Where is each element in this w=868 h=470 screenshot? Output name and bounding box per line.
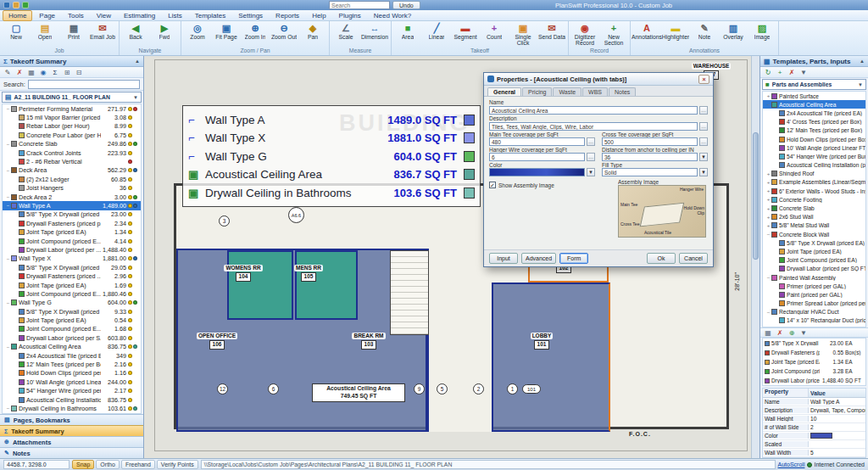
cross-tee-more-button[interactable]: … — [699, 137, 708, 146]
legend-item[interactable]: ⌐ Wall Type X 1881.0 SQ FT — [188, 131, 475, 144]
page-selector[interactable]: ▤ A2_11 BUILDING 11_ FLOOR PLAN ▼ — [2, 92, 142, 103]
value-column-header[interactable]: Value — [809, 389, 865, 397]
takeoff-tree-item[interactable]: − Wall Type X 1,881.00 — [3, 255, 141, 263]
dialog-title-bar[interactable]: Properties - [Acoustical Ceiling (with t… — [484, 73, 713, 86]
drawing-toggle[interactable]: Ortho — [96, 460, 120, 469]
main-tee-input[interactable]: 480 — [489, 137, 585, 146]
mens-rr-ceiling-region[interactable] — [295, 250, 358, 320]
template-tree-item[interactable]: Paint (priced per GAL) — [763, 290, 865, 299]
property-grid-row[interactable]: Wall Width 5 — [763, 449, 865, 457]
color-dropdown-caret[interactable]: ▼ — [587, 168, 595, 176]
template-tree-item[interactable]: Primer (priced per GAL) — [763, 282, 865, 290]
name-input[interactable]: Acoustical Ceiling Area — [489, 106, 698, 115]
collapse-icon[interactable]: ▲ — [860, 59, 865, 64]
takeoff-tree-item[interactable]: Drywall Labor (priced per ... 1,488.40 — [3, 245, 141, 254]
takeoff-tree-item[interactable]: − Acoustical Ceiling Area 836.75 — [3, 343, 141, 351]
fill-type-caret[interactable]: ▼ — [699, 168, 708, 176]
ribbon-button[interactable]: ▥Overlay — [719, 22, 748, 47]
menu-tab[interactable]: Templates — [189, 10, 231, 21]
ribbon-button[interactable]: ↔Dimension — [360, 22, 389, 47]
form-button[interactable]: Form — [559, 253, 588, 264]
takeoff-tree-item[interactable]: Joint Compound (priced E... 1,880.46 — [3, 289, 141, 298]
dialog-tab[interactable]: General — [487, 87, 521, 96]
dialog-tab[interactable]: Notes — [609, 87, 636, 96]
takeoff-legend[interactable]: ⌐ Wall Type A 1489.0 SQ FT ⌐ Wall Type X… — [182, 105, 481, 207]
template-tree-item[interactable]: 10' Wall Angle (priced Linear FT) — [763, 143, 865, 152]
toolbar-icon[interactable]: ✗ — [775, 328, 785, 338]
tree-expander-icon[interactable]: − — [5, 106, 11, 111]
main-tee-more-button[interactable]: … — [587, 137, 595, 146]
menu-tab[interactable]: Page — [33, 10, 61, 21]
tree-expander-icon[interactable]: − — [5, 168, 11, 173]
template-tree-item[interactable]: + 5/8" Metal Stud Wall — [763, 221, 865, 230]
property-grid-row[interactable]: Name Wall Type A — [763, 398, 865, 406]
menu-tab[interactable]: View — [91, 10, 117, 21]
tree-expander-icon[interactable]: − — [5, 300, 11, 305]
takeoff-tree-item[interactable]: 12' Main Tees (priced per Box) 2.16 — [3, 360, 141, 368]
part-row[interactable]: 5/8" Type X Drywall (priced EA) 23.00 EA — [763, 339, 865, 348]
takeoff-summary-header[interactable]: Σ Takeoff Summary ▲ — [0, 56, 143, 67]
advanced-button[interactable]: Advanced — [521, 253, 556, 264]
template-tree-item[interactable]: Acoustical Ceiling Installation (priced.… — [763, 161, 865, 170]
property-grid-row[interactable]: Color — [763, 432, 865, 440]
template-tree-item[interactable]: + 2x6 Stud Wall — [763, 213, 865, 221]
property-grid-row[interactable]: Description Drywall, Tape, Compound, Fas… — [763, 406, 865, 415]
takeoff-tree-item[interactable]: 2 - #6 Rebar Vertical — [3, 157, 141, 165]
tree-expander-icon[interactable]: − — [765, 275, 771, 280]
panel-tab[interactable]: ⊕ Attachments — [0, 436, 143, 447]
tree-expander-icon[interactable]: − — [5, 142, 11, 147]
menu-tab[interactable]: Settings — [232, 10, 269, 21]
ribbon-button[interactable]: ⊖Zoom Out — [270, 22, 298, 47]
template-tree-item[interactable]: − Rectangular HVAC Duct — [763, 308, 865, 316]
takeoff-search-input[interactable] — [28, 80, 140, 89]
name-more-button[interactable]: … — [699, 106, 708, 115]
ribbon-button[interactable]: ╱Linear — [422, 22, 451, 47]
template-tree-item[interactable]: + Example Assemblies (Linear/Segment Tak… — [763, 178, 865, 187]
part-row[interactable]: Drywall Fasteners (priced per Box) 0.55 … — [763, 348, 865, 357]
takeoff-tree-item[interactable]: 5/8" Type X Drywall (priced EA) 9.33 — [3, 307, 141, 316]
tree-expander-icon[interactable]: + — [765, 171, 771, 176]
chevron-down-icon[interactable]: ▼ — [858, 82, 863, 87]
ribbon-button[interactable]: ▤Open — [31, 22, 59, 47]
template-tree-item[interactable]: + Concrete Footing — [763, 195, 865, 204]
tree-expander-icon[interactable]: − — [765, 310, 771, 315]
ribbon-button[interactable]: ▣Single Click — [509, 22, 537, 47]
ceiling-area-annotation[interactable]: Acoustical Ceiling Area 749.45 SQ FT — [312, 383, 405, 402]
menu-tab[interactable]: Estimating — [118, 10, 161, 21]
part-row[interactable]: Joint Compound (priced EA) 3.28 EA — [763, 366, 865, 376]
takeoff-tree-item[interactable]: Joint Tape (priced EA) 1.69 — [3, 281, 141, 289]
takeoff-tree-item[interactable]: Joint Compound (priced E... 1.68 — [3, 325, 141, 333]
tree-expander-icon[interactable]: − — [5, 256, 11, 261]
ribbon-button[interactable]: ✎Note — [690, 22, 719, 47]
ribbon-button[interactable]: ▦Print — [59, 22, 88, 47]
template-tree-item[interactable]: 12' Main Tees (priced per Box) — [763, 126, 865, 135]
ribbon-button[interactable]: ◉Digitizer Record — [570, 22, 599, 47]
legend-item[interactable]: ⌐ Wall Type A 1489.0 SQ FT — [188, 114, 475, 126]
tree-expander-icon[interactable]: + — [765, 215, 771, 220]
takeoff-tree-item[interactable]: Hold Down Clips (priced per Box) 1.16 — [3, 369, 141, 378]
toolbar-icon[interactable]: Σ — [50, 68, 60, 77]
takeoff-tree-item[interactable]: Drywall Labor (priced per S... 603.80 — [3, 333, 141, 342]
dialog-tab[interactable]: Pricing — [522, 87, 552, 96]
toolbar-icon[interactable]: ▦ — [26, 68, 36, 77]
ribbon-button[interactable]: ∠Scale — [331, 22, 360, 47]
tree-expander-icon[interactable]: + — [765, 180, 771, 185]
global-search-input[interactable] — [329, 1, 390, 9]
template-tree-item[interactable]: 14" x 10" Rectangular Duct (priced p... — [763, 316, 865, 325]
takeoff-tree-item[interactable]: 5/8" Type X Drywall (priced EA) 29.05 — [3, 263, 141, 271]
template-tree-item[interactable]: Joint Compound (priced EA) — [763, 256, 865, 265]
ribbon-button[interactable]: ⊕Zoom In — [241, 22, 270, 47]
tree-expander-icon[interactable]: + — [765, 188, 771, 193]
undo-button[interactable]: Undo — [392, 1, 420, 9]
collapse-icon[interactable]: ▲ — [135, 59, 140, 64]
chevron-down-icon[interactable]: ▼ — [133, 95, 138, 100]
cancel-button[interactable]: Cancel — [679, 253, 708, 264]
templates-panel-header[interactable]: ▦ Templates, Parts, Inputs ▲ — [760, 56, 868, 67]
close-icon[interactable]: × — [698, 75, 709, 84]
tree-expander-icon[interactable]: + — [765, 197, 771, 202]
toolbar-icon[interactable]: ▦ — [763, 328, 773, 338]
property-grid-row[interactable]: Scaled — [763, 440, 865, 449]
takeoff-tree-item[interactable]: Drywall Fasteners (priced p... 2.34 — [3, 219, 141, 227]
tree-expander-icon[interactable]: − — [765, 102, 771, 107]
takeoff-tree-item[interactable]: 5/8" Type X Drywall (priced EA) 23.00 — [3, 210, 141, 219]
